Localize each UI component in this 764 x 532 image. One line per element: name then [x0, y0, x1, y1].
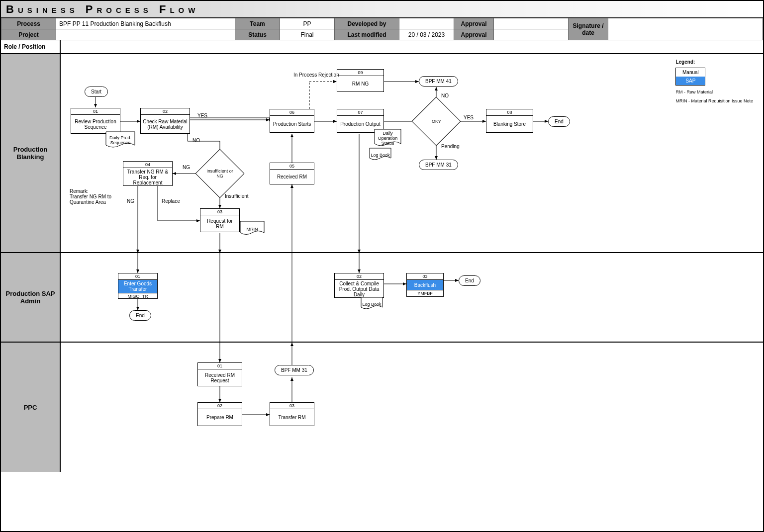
diagram-container: Business Process Flow Process BPF PP 11 … [0, 0, 764, 532]
node-ppc-02-id: 02 [198, 403, 242, 409]
approval-value [494, 18, 569, 29]
lane-body-1: Start 01 Review Production Sequence 02 C… [61, 54, 763, 252]
lane-label-sap-admin: Production SAP Admin [1, 253, 61, 342]
node-05-id: 05 [270, 163, 314, 170]
remark-title: Remark: [70, 188, 119, 194]
legend-note-1: RM - Raw Material [675, 89, 753, 94]
node-05: 05 Received RM [270, 163, 314, 184]
node-ppc-02: 02 Prepare RM [197, 402, 242, 426]
node-08: 08 Blanking Store [486, 109, 533, 133]
node-05-text: Received RM [270, 170, 314, 184]
label-no-2: NO [441, 93, 449, 98]
page-title: Business Process Flow [1, 1, 763, 18]
label-pending: Pending [441, 144, 460, 149]
doc-mrin-text: MRIN [241, 227, 264, 232]
node-sap-02: 02 Collect & Compile Prod. Output Data D… [334, 273, 384, 298]
team-label: Team [235, 18, 280, 29]
terminator-start: Start [85, 87, 108, 97]
label-yes-2: YES [464, 115, 474, 120]
terminator-bpf-mm41: BPF MM 41 [419, 76, 458, 87]
node-09-id: 09 [337, 70, 383, 76]
diamond-1-text: Insufficient or NG [205, 169, 235, 178]
doc-log-book-1: Log Book [369, 148, 391, 163]
node-02: 02 Check Raw Material (RM) Availability [140, 108, 190, 134]
node-sap-01-text: Enter Goods Transfer [118, 280, 157, 293]
label-replace: Replace [162, 198, 180, 204]
node-sap-03-text: Backflush [407, 280, 443, 290]
last-modified-value: 20 / 03 / 2023 [399, 29, 454, 40]
diamond-insufficient-ng: Insufficient or NG [202, 156, 237, 191]
legend-sap: SAP [676, 77, 705, 85]
node-sap-03-id: 03 [407, 273, 443, 280]
node-ppc-01-id: 01 [198, 363, 242, 369]
remark-text: Transfer NG RM to Quarantine Area [70, 194, 119, 205]
doc-daily-op-text: Daily Operation Status [376, 131, 400, 146]
process-value: BPF PP 11 Production Blanking Backflush [56, 18, 235, 29]
approval2-label: Approval [454, 29, 494, 40]
node-07-id: 07 [337, 109, 383, 116]
diamond-2-text: OK? [421, 119, 451, 124]
label-no-1: NO [192, 138, 200, 143]
doc-log-book-2-text: Log Book [362, 302, 382, 307]
node-03-text: Request for RM [200, 215, 239, 232]
doc-log-book-2: Log Book [361, 297, 383, 312]
legend: Legend: Manual SAP RM - Raw Material MRI… [675, 59, 753, 103]
node-sap-02-id: 02 [335, 273, 383, 280]
doc-log-book-1-text: Log Book [370, 153, 390, 158]
terminator-bpf-mm31-b: BPF MM 31 [275, 365, 314, 375]
node-ppc-03: 03 Transfer RM [270, 402, 314, 426]
diamond-ok: OK? [419, 104, 454, 139]
developed-by-value [399, 18, 454, 29]
approval2-value [494, 29, 569, 40]
node-ppc-03-text: Transfer RM [270, 409, 314, 426]
label-yes-1: YES [197, 113, 207, 118]
legend-note-2: MRIN - Material Requisition Issue Note [675, 98, 753, 103]
label-ng: NG [183, 165, 190, 170]
node-06-text: Production Starts [270, 116, 314, 132]
label-ng2: NG [127, 198, 134, 204]
status-label: Status [235, 29, 280, 40]
doc-daily-seq: Daily Prod. Sequence [105, 131, 135, 150]
label-rejection: In Process Rejection [293, 72, 339, 78]
node-03: 03 Request for RM [200, 208, 240, 232]
node-06-id: 06 [270, 109, 314, 116]
node-sap-03-code: YMFBF [407, 290, 443, 296]
node-sap-03: 03 Backflush YMFBF [406, 273, 444, 297]
node-09-text: RM NG [337, 76, 383, 91]
terminator-bpf-mm31-a: BPF MM 31 [419, 160, 458, 170]
node-ppc-01: 01 Received RM Request [197, 362, 242, 386]
role-header: Role / Position [1, 40, 61, 53]
node-01: 01 Review Production Sequence [71, 108, 120, 134]
team-value: PP [280, 18, 335, 29]
node-sap-01-code: MIGO_TR [118, 293, 157, 299]
project-label: Project [1, 29, 56, 40]
project-value [56, 29, 235, 40]
node-04: 04 Transfer NG RM & Req. for Replacement [123, 161, 173, 186]
node-ppc-02-text: Prepare RM [198, 409, 242, 426]
label-insufficient: Insufficient [225, 193, 249, 199]
node-08-text: Blanking Store [486, 116, 533, 132]
legend-title: Legend: [675, 59, 753, 65]
status-value: Final [280, 29, 335, 40]
signature-label: Signature / date [569, 18, 608, 40]
lane-body-3: 01 Received RM Request 02 Prepare RM 03 … [61, 343, 763, 472]
node-08-id: 08 [486, 109, 533, 116]
doc-daily-op: Daily Operation Status [374, 129, 401, 149]
node-04-id: 04 [123, 162, 172, 168]
metadata-table: Process BPF PP 11 Production Blanking Ba… [1, 18, 763, 40]
signature-value [608, 18, 763, 40]
legend-manual: Manual [676, 68, 705, 77]
node-06: 06 Production Starts [270, 109, 314, 133]
last-modified-label: Last modified [335, 29, 399, 40]
node-ppc-03-id: 03 [270, 403, 314, 409]
doc-daily-seq-text: Daily Prod. Sequence [107, 135, 134, 145]
process-label: Process [1, 18, 56, 29]
node-sap-02-text: Collect & Compile Prod. Output Data Dail… [335, 280, 383, 298]
node-03-id: 03 [200, 209, 239, 215]
node-02-id: 02 [141, 108, 190, 115]
terminator-end-2: End [129, 310, 151, 321]
node-01-id: 01 [71, 108, 120, 115]
node-09: 09 RM NG [337, 69, 384, 92]
node-01-text: Review Production Sequence [71, 115, 120, 133]
approval-label: Approval [454, 18, 494, 29]
